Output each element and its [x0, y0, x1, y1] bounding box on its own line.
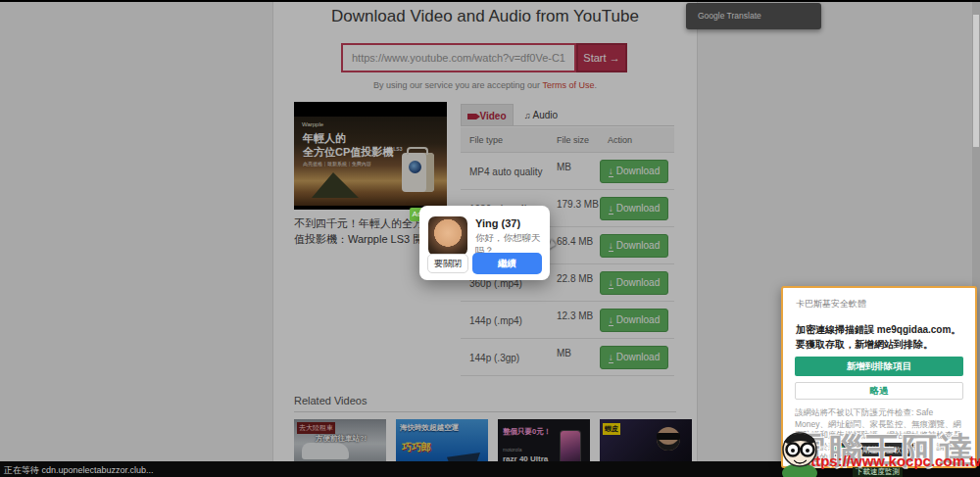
- file-size: 68.4 MB: [557, 236, 602, 248]
- table-row: 144p (.3gp) MB ↓Download: [461, 339, 674, 376]
- terms-suffix: .: [594, 80, 597, 90]
- scrollbar-thumb[interactable]: [973, 15, 979, 147]
- related-divider: [294, 411, 676, 412]
- thumbnail-badge: LS3: [393, 146, 402, 152]
- download-button[interactable]: ↓Download: [600, 160, 668, 183]
- tab-audio-label: Audio: [533, 110, 559, 120]
- terms-line: By using our service you are accepting o…: [272, 80, 698, 90]
- thumb-text: 方便前往車站?!: [316, 434, 367, 444]
- file-size: 179.3 MB: [557, 199, 602, 211]
- google-translate-label: Google Translate: [698, 11, 761, 21]
- kaspersky-action-line: 要獲取存取，新增網站到排除。: [796, 338, 968, 352]
- table-row: 144p (.mp4) 12.3 MB ↓Download: [461, 302, 674, 339]
- kaspersky-skip-button[interactable]: 略過: [795, 382, 963, 400]
- thumbnail-text-line1: 年輕人的: [303, 131, 346, 146]
- terms-of-use-link[interactable]: Terms of Use: [542, 80, 594, 90]
- download-label: Download: [616, 240, 660, 251]
- thumb-text: 整個只要0元！: [503, 427, 551, 437]
- column-header-file-type: File type: [469, 135, 503, 145]
- download-icon: ↓: [609, 278, 613, 289]
- top-border: [0, 0, 980, 2]
- related-videos-heading: Related Videos: [294, 395, 367, 406]
- download-label: Download: [616, 314, 660, 325]
- kaspersky-title: 卡巴斯基安全軟體: [796, 298, 866, 310]
- chat-ad-popup: Ying (37) 你好，你想聊天吗？ 要關閉 繼續: [419, 206, 550, 280]
- tab-video-label: Video: [479, 111, 506, 121]
- thumbnail-subtext: 高亮規格｜最新系統｜免費內容: [303, 161, 371, 167]
- download-button[interactable]: ↓Download: [600, 197, 668, 220]
- table-row: MP4 auto quality MB ↓Download: [461, 153, 674, 190]
- download-icon: ↓: [609, 353, 613, 363]
- url-input[interactable]: [341, 43, 576, 72]
- google-translate-tooltip[interactable]: Google Translate: [686, 3, 821, 29]
- download-button[interactable]: ↓Download: [600, 234, 668, 258]
- status-text: 正在等待 cdn.uponelectabuzzor.club...: [4, 464, 154, 477]
- file-type: MP4 auto quality: [469, 167, 543, 177]
- projector-handle: [407, 147, 428, 155]
- terms-prefix: By using our service you are accepting o…: [373, 80, 542, 90]
- file-size: 12.3 MB: [557, 310, 602, 322]
- page-title: Download Video and Audio from YouTube: [272, 7, 698, 26]
- file-type: 144p (.3gp): [469, 353, 519, 363]
- download-button[interactable]: ↓Download: [600, 346, 668, 369]
- tent-shape: [312, 172, 359, 198]
- kaspersky-error-line: 加密連線掃描錯誤 me9qgidaa.com。: [796, 323, 968, 337]
- ying-avatar: [428, 216, 467, 256]
- projector-lens: [409, 161, 421, 173]
- column-header-file-size: File size: [557, 135, 589, 145]
- download-icon: ↓: [609, 315, 613, 326]
- mascot-character: [774, 428, 831, 477]
- file-size: MB: [557, 348, 602, 359]
- download-icon: ↓: [609, 167, 613, 177]
- download-label: Download: [616, 203, 660, 214]
- projector-image: [402, 153, 434, 192]
- thumb-text: 海快時效超越空運: [400, 423, 459, 433]
- download-label: Download: [616, 166, 660, 176]
- download-button[interactable]: ↓Download: [600, 271, 668, 295]
- thumbnail-brand: Warpple: [302, 121, 323, 127]
- video-camera-icon: [467, 114, 476, 119]
- download-button[interactable]: ↓Download: [600, 309, 668, 332]
- kaspersky-add-exclusion-button[interactable]: 新增到排除項目: [795, 357, 963, 376]
- thumbnail-text-line2: 全方位CP值投影機LS3: [303, 145, 402, 160]
- download-icon: ↓: [609, 241, 613, 252]
- thumb-text: 巧巧郎: [402, 441, 431, 454]
- thumbnail-text-line2-main: 全方位CP值投影機: [303, 146, 393, 158]
- download-label: Download: [616, 277, 660, 288]
- tab-audio[interactable]: ♫Audio: [514, 104, 567, 126]
- chat-name: Ying (37): [475, 217, 520, 229]
- tab-video[interactable]: Video: [461, 104, 514, 126]
- file-size: MB: [557, 162, 602, 173]
- table-header: File type File size Action: [461, 127, 674, 153]
- thumb-text: 蝦皮: [603, 423, 620, 435]
- column-header-action: Action: [608, 135, 632, 145]
- thumb-text: motorola: [503, 447, 521, 453]
- thumb-text: 去大陸租車: [297, 422, 335, 434]
- file-size: 22.8 MB: [557, 273, 602, 285]
- music-note-icon: ♫: [524, 111, 531, 120]
- start-button[interactable]: Start →: [576, 43, 627, 72]
- popup-close-button[interactable]: 要關閉: [427, 254, 468, 273]
- popup-continue-button[interactable]: 繼續: [472, 253, 542, 274]
- format-tabs: Video ♫Audio: [461, 104, 674, 126]
- download-label: Download: [616, 352, 660, 362]
- video-thumbnail: Warpple 年輕人的 全方位CP值投影機LS3 高亮規格｜最新系統｜免費內容: [294, 102, 447, 210]
- file-type: 144p (.mp4): [469, 315, 522, 326]
- download-icon: ↓: [609, 204, 613, 215]
